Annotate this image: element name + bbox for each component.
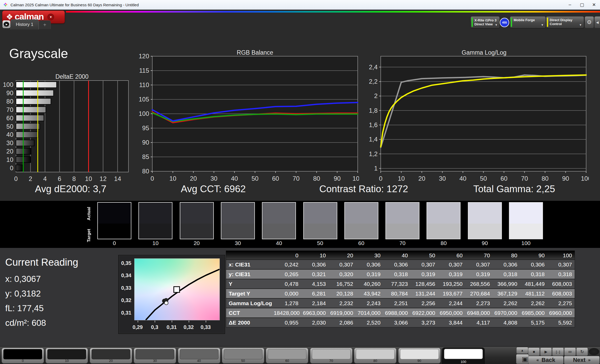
pattern-button-100[interactable]: 100 <box>442 348 485 364</box>
continuous-measure-button[interactable]: ∞ <box>564 348 576 356</box>
pattern-button-50[interactable]: 50 <box>222 348 264 363</box>
svg-text:1,8: 1,8 <box>369 107 378 114</box>
current-reading-title: Current Reading <box>5 257 78 268</box>
table-row-y: CIE31: y: CIE310,2650,3210,3200,3190,3180,3190,… <box>226 269 575 279</box>
svg-text:100: 100 <box>581 175 589 182</box>
pattern-button-60[interactable]: 60 <box>266 348 308 363</box>
svg-text:60: 60 <box>501 175 508 182</box>
table-cell: 128,456 <box>411 279 438 288</box>
table-cell: 0,265 <box>274 270 301 279</box>
svg-text:100: 100 <box>352 175 359 182</box>
svg-text:40: 40 <box>6 131 13 138</box>
svg-text:100: 100 <box>139 110 149 117</box>
minimize-button[interactable]: – <box>564 0 576 9</box>
title-bar: ❖ Calman 2025 Calman Ultimate for Busine… <box>0 0 600 10</box>
table-cell: 0,318 <box>492 270 520 279</box>
pattern-button-30[interactable]: 30 <box>134 348 176 363</box>
source-dropdown[interactable]: Mobile Forge ▼ <box>510 16 546 28</box>
table-cell: 2,086 <box>328 318 356 327</box>
pattern-button-40[interactable]: 40 <box>178 348 220 363</box>
table-row-x: CIE31: x: CIE310,2420,3060,3070,3060,3060,3070,… <box>226 259 575 269</box>
avg-cct-value: Avg CCT: 6962 <box>152 184 274 196</box>
svg-text:80: 80 <box>542 175 549 182</box>
swatch-level-label: 80 <box>427 240 461 246</box>
svg-text:10: 10 <box>169 175 176 182</box>
maximize-button[interactable]: ▢ <box>576 0 588 9</box>
pattern-button-10[interactable]: 10 <box>46 348 88 363</box>
close-button[interactable]: ✕ <box>588 0 600 9</box>
table-cell: 0,306 <box>301 260 329 269</box>
table-cell: 0,307 <box>328 260 356 269</box>
swatch-actual <box>509 203 542 224</box>
svg-text:90: 90 <box>6 89 13 96</box>
add-tab-button[interactable]: + <box>39 20 51 29</box>
svg-text:10: 10 <box>6 156 13 163</box>
table-row-ΔE 2000: ΔE 20000,9552,0302,0862,5203,0663,2733,8… <box>226 317 575 327</box>
cie-target-marker <box>174 287 180 292</box>
back-button[interactable]: « Back <box>528 356 564 364</box>
table-cell: 80,784 <box>383 289 411 298</box>
up-arrow-icon: ▲ <box>521 349 524 352</box>
pattern-chip <box>180 349 218 359</box>
total-gamma-value: Total Gamma: 2,25 <box>445 184 584 196</box>
swatch-50 <box>303 202 337 239</box>
svg-text:80: 80 <box>6 98 13 105</box>
table-cell: 0,319 <box>356 270 383 279</box>
swatch-actual <box>98 203 131 224</box>
pattern-button-80[interactable]: 80 <box>354 348 396 363</box>
display-status-indicator <box>547 18 548 27</box>
pattern-button-70[interactable]: 70 <box>310 348 352 363</box>
stop-button[interactable]: ■ <box>528 348 540 356</box>
next-button[interactable]: Next » <box>564 356 600 364</box>
table-cell: 0,318 <box>547 270 575 279</box>
pattern-button-0[interactable]: 0 <box>2 348 44 363</box>
settings-button[interactable]: ⚙ <box>585 16 594 28</box>
swatch-actual <box>139 203 172 224</box>
calman-menu-arrow-icon[interactable]: ▼ <box>47 14 54 20</box>
swatch-level-label: 20 <box>180 240 214 246</box>
refresh-button[interactable]: ↻ <box>576 348 588 356</box>
swatch-actual <box>386 203 419 224</box>
pattern-button-90[interactable]: 90 <box>398 348 441 363</box>
svg-text:6: 6 <box>58 175 61 182</box>
table-cell: 3,066 <box>383 318 411 327</box>
swatch-target <box>386 224 419 239</box>
swatch-target <box>262 224 295 239</box>
tab-history-1[interactable]: History 1 <box>10 19 39 30</box>
collapse-panel-button[interactable]: ◀ <box>594 16 600 28</box>
pattern-up-button[interactable]: ▲ <box>516 347 528 354</box>
deltae-bar-60 <box>16 115 44 121</box>
pattern-label: 20 <box>90 359 132 363</box>
history-scroll-button[interactable]: ▶ <box>3 20 10 28</box>
svg-text:50: 50 <box>251 175 259 182</box>
cie-ytick: 0,32 <box>118 297 131 303</box>
table-cell: 2,262 <box>492 299 520 308</box>
actual-target-strip: Actual Target 0102030405060708090100 <box>0 201 600 248</box>
display-dropdown[interactable]: Direct Display Control ▼ <box>546 16 584 28</box>
cie-chart <box>134 258 220 320</box>
rgb-balance-chart: 8085909510010511011512001020304050607080… <box>134 54 359 184</box>
svg-text:12: 12 <box>100 175 107 182</box>
table-cell: 0,318 <box>383 270 411 279</box>
table-cell: 0,319 <box>411 270 438 279</box>
pattern-size-button[interactable]: [··] <box>552 348 564 356</box>
avg-de2000-value: Avg dE2000: 3,7 <box>14 184 127 196</box>
page-title: Grayscale <box>9 46 68 61</box>
table-cell: 4,117 <box>465 318 493 327</box>
meter-dropdown[interactable]: X-Rite i1Pro 3Direct View ▼ <box>470 16 500 28</box>
table-cell: 0,242 <box>274 260 301 269</box>
play-button[interactable]: ▶ <box>540 348 552 356</box>
svg-text:115: 115 <box>139 67 149 74</box>
pattern-button-20[interactable]: 20 <box>90 348 132 363</box>
swatch-90 <box>468 202 502 239</box>
pattern-chip <box>312 349 351 359</box>
table-cell: 2,232 <box>328 299 356 308</box>
table-row-CCT: CCT18428,0006963,0006919,0007014,0006988… <box>226 308 575 317</box>
svg-text:30: 30 <box>439 175 446 182</box>
svg-text:8: 8 <box>72 175 76 182</box>
pattern-chip <box>136 349 174 359</box>
table-cell: 3,844 <box>438 318 465 327</box>
table-cell: 2,251 <box>383 299 411 308</box>
table-cell: 0,306 <box>356 260 383 269</box>
deltae-bar-90 <box>16 90 54 96</box>
